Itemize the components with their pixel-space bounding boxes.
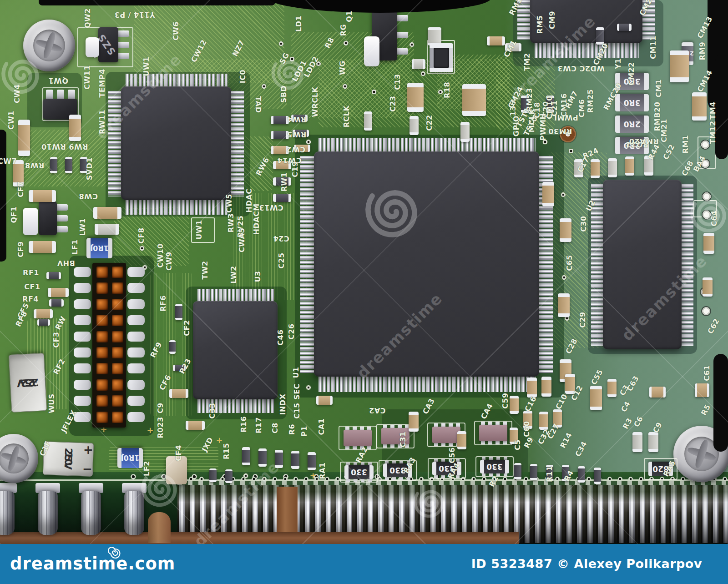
via — [420, 71, 426, 76]
silkscreen-label: C26 — [287, 323, 296, 340]
sot-szs-leg — [117, 30, 129, 37]
silkscreen-label: LD1 — [294, 15, 303, 32]
silkscreen-label: C31 — [399, 431, 407, 448]
silkscreen-label: CW7 — [0, 157, 17, 166]
capacitor — [527, 378, 537, 398]
silkscreen-label: C62 — [706, 317, 721, 335]
silkscreen-label: LW1 — [78, 218, 87, 236]
resistor — [169, 340, 176, 354]
silkscreen-label: CF7 — [16, 181, 25, 197]
tantalum-polarity: − — [82, 463, 91, 473]
qfp-main-pins-bottom — [318, 377, 536, 392]
silkscreen-label: WG — [338, 60, 347, 75]
silkscreen-label: C52 — [661, 143, 676, 161]
silkscreen-label: CA1 — [317, 418, 326, 435]
resistor — [514, 463, 521, 479]
capacitor — [69, 115, 81, 141]
silkscreen-label: R14 — [558, 431, 574, 450]
silkscreen-label: C23 — [389, 96, 397, 112]
silkscreen-label: MCLK — [527, 109, 536, 132]
resistor-network: 330 — [480, 460, 509, 473]
fiducial-cross: + — [147, 427, 154, 434]
capacitor — [409, 412, 419, 432]
via — [409, 42, 415, 47]
sot-qw1-leg — [68, 90, 75, 100]
silkscreen-label: R17 — [254, 417, 263, 433]
silkscreen-label: R18 — [443, 82, 451, 98]
silkscreen-label: CW9 — [165, 252, 173, 271]
resistor — [37, 319, 50, 326]
silkscreen-label: CW10 — [156, 243, 165, 268]
crystal-oscillator — [430, 43, 453, 72]
silkscreen-label: Y1 — [614, 58, 622, 69]
silkscreen-label: CW11 — [83, 65, 91, 90]
resistor — [271, 116, 289, 124]
capacitor — [625, 156, 634, 176]
solder-tab — [364, 36, 379, 66]
silkscreen-label: CW1 — [7, 111, 15, 130]
resistor-array: 2R0 — [615, 116, 649, 133]
sot-qw1-leg — [57, 90, 64, 100]
header-solder-pad — [127, 380, 145, 390]
edge-left — [0, 130, 6, 262]
silkscreen-label: U1 — [292, 367, 300, 378]
silkscreen-label: RM5 — [536, 15, 544, 34]
silkscreen-label: CF4 — [174, 445, 183, 461]
silkscreen-label: CW6 — [172, 21, 180, 40]
tantalum-capacitor: 2225V+ − — [9, 353, 47, 413]
edge-right-top — [715, 55, 728, 159]
capacitor — [670, 50, 689, 82]
silkscreen-label: CM11 — [649, 35, 657, 59]
header-solder-pad — [127, 315, 145, 325]
silkscreen-label: SVD1 — [85, 157, 94, 180]
jumper-pin-socket — [112, 267, 123, 278]
silkscreen-label: RM25 — [586, 89, 595, 113]
sot-szs-leg — [117, 42, 129, 48]
via — [278, 41, 284, 46]
via — [343, 40, 349, 46]
sot-qf1-leg — [56, 215, 68, 222]
silkscreen-label: C55 — [589, 368, 604, 386]
resistor — [273, 194, 291, 202]
header-solder-pad — [127, 299, 145, 309]
watermark-spiral — [138, 466, 183, 512]
jumper-pin-socket — [112, 363, 123, 374]
capacitor — [590, 386, 602, 410]
capacitor — [703, 277, 713, 297]
silkscreen-label: PWML — [552, 113, 578, 122]
header-solder-pad — [127, 396, 145, 406]
jumper-pin-socket — [112, 379, 123, 391]
capacitor — [364, 111, 372, 131]
resistor — [209, 468, 217, 482]
silkscreen-label: C5 — [513, 439, 522, 450]
dreamstime-logo: dreamstime.com — [10, 554, 175, 574]
capacitor — [412, 59, 425, 69]
capacitor — [648, 432, 658, 452]
resistor — [617, 24, 632, 31]
capacitor — [558, 293, 570, 317]
edge-top-bump — [268, 0, 491, 13]
jumper-pin-socket — [112, 331, 123, 342]
silkscreen-label: CM9 — [548, 11, 556, 29]
trace-pattern — [18, 130, 109, 186]
image-id: ID 5323487 — [471, 557, 552, 571]
connector-pin-wide — [0, 491, 15, 535]
silkscreen-label: RM9 — [698, 42, 707, 60]
silkscreen-label: TM12 — [708, 121, 717, 144]
capacitor — [428, 27, 441, 45]
silkscreen-label: R5 — [699, 403, 712, 417]
capacitor — [608, 158, 617, 177]
jumper-pin-socket — [112, 347, 123, 358]
resistor — [594, 468, 601, 484]
capacitor — [649, 387, 666, 398]
resistor — [578, 466, 585, 483]
tantalum-value: + − — [17, 377, 38, 389]
connector-pin-wide — [38, 491, 58, 535]
silkscreen-label: RW3 — [227, 213, 235, 233]
header-solder-pad — [127, 347, 145, 357]
silkscreen-label: RW9 RW10 — [41, 142, 88, 151]
sot-qf1-leg — [56, 204, 68, 211]
resistor — [65, 157, 72, 173]
silkscreen-label: C8 — [271, 423, 279, 433]
header-solder-pad — [127, 363, 145, 373]
